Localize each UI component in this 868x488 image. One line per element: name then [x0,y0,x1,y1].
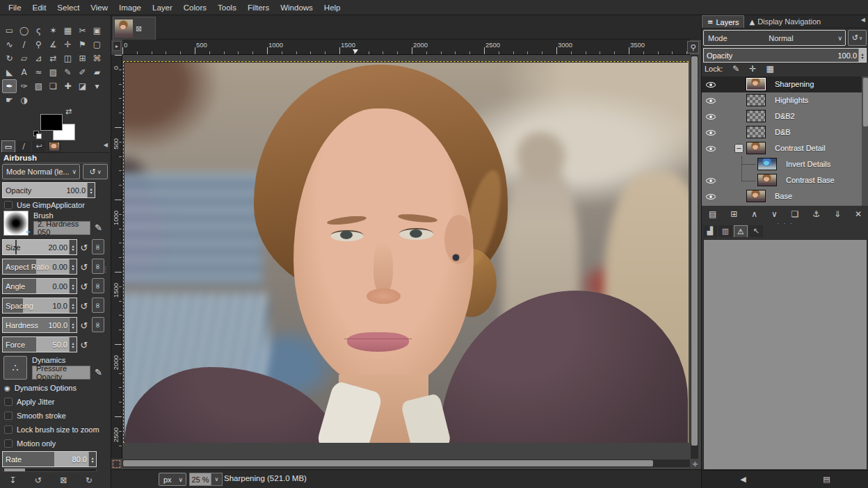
collapse-dock-icon[interactable]: ◀ [858,15,868,28]
menu-windows[interactable]: Windows [275,3,319,12]
layer-row-db2[interactable]: D&B2 [702,108,862,124]
tab-image-thumbnail[interactable] [47,140,61,152]
tool-bucket-fill[interactable]: ◣ [2,65,17,79]
delete-options-button[interactable]: ⊠ [60,475,67,485]
layer-thumbnail[interactable] [746,142,766,154]
menu-image[interactable]: Image [113,3,147,12]
tool-mypaint-brush[interactable]: ▧ [31,79,46,93]
layer-row-sharpening[interactable]: Sharpening [702,76,862,92]
menu-edit[interactable]: Edit [27,3,52,12]
menu-view[interactable]: View [85,3,113,12]
layer-opacity-slider[interactable]: Opacity 100.0 ▴▾ [703,48,867,63]
tool-perspective[interactable]: ⊿ [31,51,46,65]
opacity-slider[interactable]: Opacity 100.0 ▴▾ [2,182,95,198]
collapse-dock-icon[interactable]: ◀ [104,142,108,148]
tool-clone[interactable]: ❏ [46,79,61,93]
size-slider[interactable]: Size 20.00 ▴▾ [2,239,77,255]
layer-thumbnail[interactable] [757,174,777,186]
tab-undo-history[interactable]: ↩ [32,140,46,152]
tool-heal[interactable]: ✚ [61,79,75,93]
spinner[interactable]: ▴▾ [858,49,866,62]
rate-slider[interactable]: Rate 80.0 ▴▾ [2,451,97,467]
zoom-follow-window-button[interactable]: ⚲ [687,41,699,54]
restore-options-button[interactable]: ↺ [35,475,42,485]
reset-spacing-button[interactable]: ↺ [79,299,90,313]
lock-alpha-icon[interactable]: ▦ [766,64,773,74]
paint-mode-dropdown[interactable]: Mode Normal (le... ∨ [2,164,80,179]
dockable-tag-icon[interactable]: ◀ [740,475,746,484]
spinner[interactable]: ▴▾ [69,318,77,332]
tool-text[interactable]: A [17,65,31,79]
tool-scissors-select[interactable]: ✂ [75,24,90,38]
spacing-slider[interactable]: Spacing 10.0 ▴▾ [2,298,77,314]
tool-3d-transform[interactable]: ◫ [61,51,75,65]
tool-ink[interactable]: ✑ [17,79,31,93]
layer-thumbnail[interactable] [746,126,766,138]
tool-foreground-select[interactable]: ▣ [90,24,104,38]
close-icon[interactable]: ⊠ [136,24,142,33]
tool-shear[interactable]: ▱ [17,51,31,65]
reset-hardness-button[interactable]: ↺ [79,318,90,332]
delete-layer-button[interactable]: ✕ [855,209,862,219]
layer-list-scrollbar[interactable] [862,76,868,206]
layer-thumbnail[interactable] [746,94,766,106]
layer-row-contrast-base[interactable]: Contrast Base [702,172,862,188]
smooth-stroke-checkbox[interactable]: Smooth stroke [4,412,66,420]
layer-row-db[interactable]: D&B [702,124,862,140]
tool-handle-transform[interactable]: ⌘ [90,51,104,65]
spinner[interactable]: ▴▾ [69,240,77,254]
tool-gradient[interactable]: ▨ [46,65,61,79]
tool-align[interactable]: ⚑ [75,38,90,51]
aspect-ratio-slider[interactable]: Aspect Ratio 0.00 ▴▾ [2,259,77,275]
use-gimpapplicator-checkbox[interactable]: Use GimpApplicator [4,201,85,209]
reset-options-button[interactable]: ↻ [86,475,93,485]
tool-smudge[interactable]: ☛ [2,93,17,107]
mode-switch-button[interactable]: ↺ ∨ [83,164,108,179]
tool-color-picker[interactable]: ∕ [17,38,31,51]
canvas-vscrollbar[interactable] [691,55,698,459]
lock-position-icon[interactable]: ✛ [749,64,756,74]
link-size-button[interactable]: ∞ [92,239,104,254]
swap-colors-icon[interactable]: ⇄ [65,107,72,116]
h-ruler[interactable]: 0500100015002000250030003500 [122,40,690,55]
image-tab[interactable]: ⊠ [113,17,156,40]
visibility-icon[interactable] [706,80,716,89]
tool-options-hscrollbar[interactable] [2,468,97,472]
edit-brush-icon[interactable]: ✎ [95,222,102,233]
tool-paintbrush[interactable]: ✐ [75,65,90,79]
visibility-icon[interactable] [706,96,716,105]
reset-aspect-button[interactable]: ↺ [79,260,90,274]
visibility-icon[interactable] [706,128,716,137]
tool-perspective-clone[interactable]: ◪ [75,79,90,93]
menu-tools[interactable]: Tools [212,3,242,12]
tool-zoom[interactable]: ⚲ [31,38,46,51]
tab-layers[interactable]: ≡ Layers [702,15,744,28]
layer-mode-dropdown[interactable]: Mode Normal ∨ [703,30,846,46]
menu-filters[interactable]: Filters [242,3,275,12]
menu-layer[interactable]: Layer [147,3,178,12]
unit-dropdown[interactable]: px ∨ [159,473,186,486]
photo-image[interactable] [124,63,689,443]
tab-tool-options[interactable]: ▭ [1,140,15,152]
layer-thumbnail[interactable] [746,190,766,202]
reset-angle-button[interactable]: ↺ [79,279,90,293]
tab-channels[interactable]: ▥ [718,225,732,237]
merge-layer-button[interactable]: ⇓ [834,209,841,219]
ruler-corner-menu[interactable]: ▸ [113,41,121,51]
tool-move[interactable]: ✛ [61,38,75,51]
tool-free-select[interactable]: ς [31,24,46,38]
visibility-icon[interactable] [706,176,716,185]
link-angle-button[interactable]: ∞ [92,278,104,293]
tool-ellipse-select[interactable]: ◯ [17,24,31,38]
tool-eraser[interactable]: ▰ [90,65,104,79]
menu-file[interactable]: File [3,3,27,12]
link-spacing-button[interactable]: ∞ [92,298,104,313]
group-expander-icon[interactable]: − [734,144,744,153]
layer-thumbnail[interactable] [757,158,777,170]
canvas-viewport[interactable] [122,55,690,459]
canvas-hscrollbar[interactable] [122,459,690,467]
hardness-slider[interactable]: Hardness 100.0 ▴▾ [2,317,77,333]
tool-warp-transform[interactable]: ≈ [31,65,46,79]
link-hardness-button[interactable]: ∞ [92,317,104,332]
tab-pointer[interactable]: ↖ [749,225,763,237]
